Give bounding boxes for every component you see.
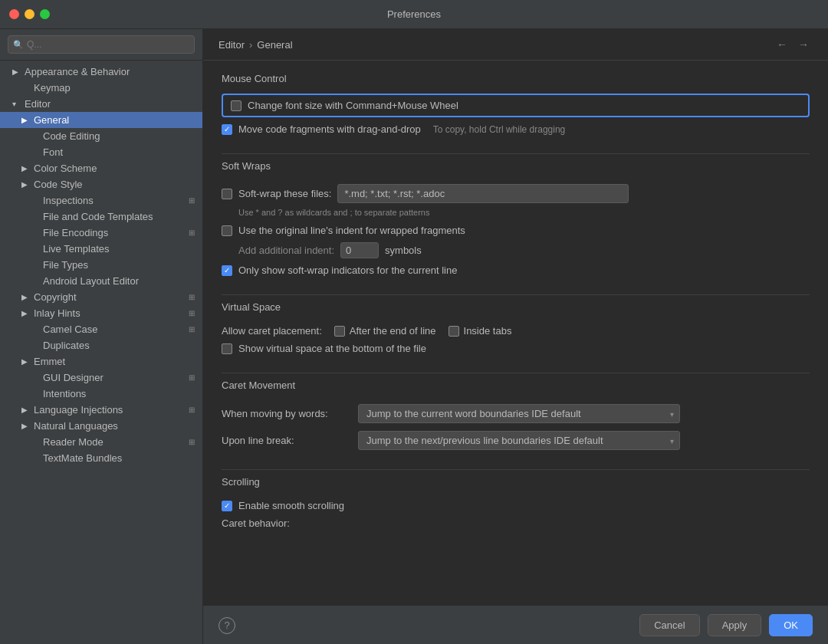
show-virtual-space-checkbox[interactable] (222, 343, 232, 354)
sidebar-item-keymap[interactable]: Keymap (0, 80, 202, 96)
additional-indent-input[interactable] (340, 242, 379, 258)
sidebar-item-label: Inspections (43, 195, 94, 206)
breadcrumb-bar: Editor › General ← → (203, 29, 828, 61)
inside-tabs-label: Inside tabs (464, 325, 512, 337)
minimize-button[interactable] (25, 9, 34, 19)
back-button[interactable]: ← (773, 37, 791, 52)
sidebar-item-code-style[interactable]: ▶ Code Style (0, 176, 202, 192)
original-indent-row: Use the original line's indent for wrapp… (222, 222, 810, 239)
maximize-button[interactable] (40, 9, 50, 19)
after-end-label: After the end of line (350, 325, 436, 337)
soft-wrap-files-row: Soft-wrap these files: (222, 181, 810, 206)
divider-2 (222, 294, 810, 295)
help-button[interactable]: ? (219, 617, 235, 634)
divider-1 (222, 153, 810, 154)
mouse-control-section: Mouse Control Change font size with Comm… (222, 73, 810, 138)
original-indent-checkbox[interactable] (222, 225, 232, 236)
sidebar-item-live-templates[interactable]: Live Templates (0, 241, 202, 257)
sidebar-item-file-code-templates[interactable]: File and Code Templates (0, 209, 202, 225)
moving-by-words-row: When moving by words: Jump to the curren… (222, 400, 810, 427)
sidebar-item-label: General (34, 114, 69, 126)
sidebar-item-label: File Types (43, 259, 88, 271)
caret-movement-section: Caret Movement When moving by words: Jum… (222, 380, 810, 454)
search-icon: 🔍 (13, 40, 24, 50)
sidebar-item-camel-case[interactable]: Camel Case ⊞ (0, 321, 202, 337)
sidebar-item-label: File and Code Templates (43, 211, 153, 222)
soft-wraps-section: Soft Wraps Soft-wrap these files: Use * … (222, 160, 810, 279)
sidebar-item-file-encodings[interactable]: File Encodings ⊞ (0, 225, 202, 241)
nav-arrows: ← → (773, 37, 813, 52)
sidebar-item-label: Emmet (34, 356, 65, 367)
divider-4 (222, 469, 810, 470)
allow-caret-label: Allow caret placement: (222, 325, 322, 337)
search-input[interactable] (8, 35, 195, 54)
moving-by-words-select[interactable]: Jump to the current word boundaries IDE … (358, 404, 680, 423)
sidebar-item-copyright[interactable]: ▶ Copyright ⊞ (0, 289, 202, 305)
cancel-button[interactable]: Cancel (639, 614, 699, 636)
sidebar-item-font[interactable]: Font (0, 144, 202, 160)
sidebar-item-natural-languages[interactable]: ▶ Natural Languages (0, 418, 202, 434)
apply-button[interactable]: Apply (708, 614, 762, 636)
sidebar-item-reader-mode[interactable]: Reader Mode ⊞ (0, 434, 202, 450)
sidebar-item-label: File Encodings (43, 227, 108, 238)
move-code-fragments-label: Move code fragments with drag-and-drop (238, 123, 421, 135)
badge-icon: ⊞ (189, 406, 195, 414)
sidebar-item-label: Appearance & Behavior (25, 66, 130, 77)
enable-smooth-scrolling-row: Enable smooth scrolling (222, 497, 810, 514)
sidebar-item-editor[interactable]: ▾ Editor (0, 96, 202, 112)
scrolling-section: Scrolling Enable smooth scrolling Caret … (222, 476, 810, 532)
sidebar-item-label: Live Templates (43, 243, 109, 255)
breadcrumb-parent: Editor (219, 39, 245, 51)
soft-wrap-files-input[interactable] (337, 184, 629, 203)
sidebar-item-label: Copyright (34, 291, 77, 303)
sidebar-item-emmet[interactable]: ▶ Emmet (0, 353, 202, 370)
soft-wrap-hint: Use * and ? as wildcards and ; to separa… (222, 206, 810, 222)
sidebar-item-file-types[interactable]: File Types (0, 257, 202, 273)
sidebar-item-inspections[interactable]: Inspections ⊞ (0, 192, 202, 209)
sidebar-item-code-editing[interactable]: Code Editing (0, 128, 202, 144)
change-font-size-checkbox[interactable] (231, 100, 242, 111)
sidebar-item-duplicates[interactable]: Duplicates (0, 337, 202, 353)
sidebar-item-label: Editor (25, 98, 51, 110)
search-wrap: 🔍 (8, 35, 195, 54)
sidebar-item-general[interactable]: ▶ General (0, 112, 202, 128)
after-end-checkbox[interactable] (334, 326, 345, 337)
show-virtual-space-label: Show virtual space at the bottom of the … (238, 343, 426, 354)
sidebar-item-color-scheme[interactable]: ▶ Color Scheme (0, 160, 202, 176)
show-indicators-checkbox[interactable] (222, 265, 232, 276)
sidebar-item-inlay-hints[interactable]: ▶ Inlay Hints ⊞ (0, 305, 202, 321)
line-break-label: Upon line break: (222, 435, 352, 446)
inside-tabs-checkbox[interactable] (449, 326, 459, 337)
chevron-right-icon: ▶ (21, 309, 31, 317)
line-break-select[interactable]: Jump to the next/previous line boundarie… (358, 431, 680, 450)
sidebar-item-language-injections[interactable]: ▶ Language Injections ⊞ (0, 402, 202, 418)
mouse-control-title: Mouse Control (222, 73, 810, 84)
original-indent-label: Use the original line's indent for wrapp… (238, 225, 465, 236)
badge-icon: ⊞ (189, 438, 195, 446)
chevron-right-icon: ▶ (21, 116, 31, 124)
chevron-right-icon: ▶ (21, 293, 31, 301)
forward-button[interactable]: → (794, 37, 813, 52)
move-code-fragments-hint: To copy, hold Ctrl while dragging (433, 124, 566, 135)
footer-left: ? (219, 617, 235, 634)
sidebar-item-appearance[interactable]: ▶ Appearance & Behavior (0, 64, 202, 80)
chevron-right-icon: ▶ (12, 67, 21, 76)
ok-button[interactable]: OK (769, 614, 813, 636)
sidebar-item-label: Natural Languages (34, 420, 118, 432)
sidebar-item-android-layout-editor[interactable]: Android Layout Editor (0, 273, 202, 289)
chevron-right-icon: ▶ (21, 180, 31, 189)
close-button[interactable] (9, 9, 19, 19)
sidebar-item-intentions[interactable]: Intentions (0, 386, 202, 402)
soft-wrap-files-checkbox[interactable] (222, 189, 232, 199)
move-code-fragments-checkbox[interactable] (222, 124, 232, 135)
sidebar: 🔍 ▶ Appearance & Behavior Keymap ▾ Edito… (0, 29, 203, 644)
chevron-right-icon: ▶ (21, 422, 31, 430)
line-break-row: Upon line break: Jump to the next/previo… (222, 427, 810, 454)
sidebar-item-gui-designer[interactable]: GUI Designer ⊞ (0, 370, 202, 386)
chevron-right-icon: ▶ (21, 406, 31, 414)
badge-icon: ⊞ (189, 309, 195, 317)
after-end-row: After the end of line (334, 325, 436, 337)
sidebar-item-textmate-bundles[interactable]: TextMate Bundles (0, 450, 202, 466)
inside-tabs-row: Inside tabs (449, 325, 512, 337)
enable-smooth-scrolling-checkbox[interactable] (222, 501, 232, 511)
